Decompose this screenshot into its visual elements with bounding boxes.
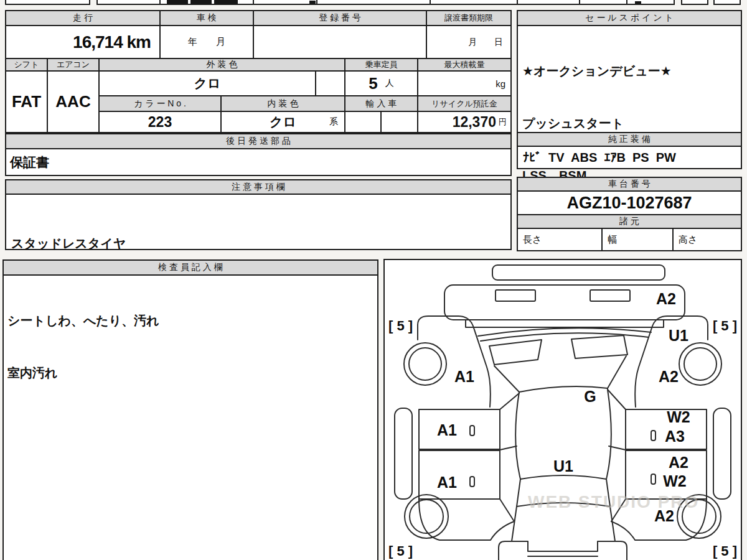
- spec-length-cell: 長さ: [517, 228, 603, 251]
- left-rocker-panel: [395, 408, 412, 499]
- oem-equipment-header: 純 正 装 備: [517, 132, 742, 147]
- rear-left-quarter: [419, 499, 514, 540]
- cutoff-text: [167, 0, 188, 4]
- label-rear-right-fender: A2: [654, 507, 674, 525]
- door-handle-icon: [651, 431, 655, 441]
- top-strip-divider: [316, 0, 317, 4]
- damage-diagram-box: WEB STUDIO PRO A2 A1 U1 A2 G A1 A1 W2 A3…: [383, 259, 742, 560]
- caution-line: スタッドレスタイヤ: [11, 234, 505, 253]
- front-bumper: [444, 285, 685, 320]
- car-top-view-diagram: WEB STUDIO PRO A2 A1 U1 A2 G A1 A1 W2 A3…: [385, 260, 741, 560]
- hatch-right-edge: [610, 506, 615, 541]
- recycle-amount: 12,370: [453, 114, 496, 131]
- front-bumper-strip: [492, 265, 665, 280]
- label-left-rear-door: A1: [437, 474, 457, 491]
- a-pillar-right: [608, 356, 626, 388]
- roof-rear-arc: [520, 475, 606, 479]
- label-windshield: G: [584, 388, 596, 405]
- capacity-value: 5 人: [344, 70, 418, 96]
- label-right-rear-door: W2: [663, 472, 687, 490]
- top-strip-divider: [626, 0, 627, 4]
- top-strip-cell: [5, 0, 90, 5]
- specs-header: 諸 元: [517, 214, 742, 229]
- sales-points-header: セ ー ル ス ポ イ ン ト: [517, 10, 742, 26]
- registration-header: 登 録 番 号: [253, 10, 427, 26]
- import-car-cell: [380, 111, 418, 133]
- top-strip-divider: [517, 0, 518, 4]
- label-front-right-fender: A2: [659, 368, 679, 385]
- auction-sheet: 走 行 車 検 登 録 番 号 譲渡書類期限 16,714 km 年 月 月 日…: [0, 0, 747, 560]
- inspector-line: 室内汚れ: [7, 364, 374, 381]
- interior-color-text: クロ: [270, 113, 296, 131]
- rear-bumper: [499, 541, 627, 560]
- inspector-notes-box: シートしわ、へたり、汚れ 室内汚れ: [2, 274, 378, 560]
- rear-left-wheel-inner: [410, 500, 443, 533]
- top-strip-cell: [713, 0, 741, 5]
- roof-left-edge: [515, 392, 520, 479]
- left-front-door: [419, 409, 500, 449]
- a-pillar-left: [494, 366, 519, 392]
- roof-right-edge: [606, 390, 611, 479]
- label-roof: U1: [553, 457, 573, 475]
- door-handle-icon: [470, 426, 474, 436]
- color-no-header: カ ラ ー N o .: [98, 95, 222, 112]
- color-no-value: 223: [98, 111, 222, 133]
- right-rocker-panel: [713, 408, 731, 499]
- cutoff-text: [635, 1, 641, 4]
- top-strip-divider: [430, 0, 431, 4]
- shift-header: シフト: [5, 58, 48, 72]
- front-right-wheel-inner: [684, 348, 716, 380]
- exterior-color-value: クロ: [98, 70, 316, 96]
- bumper-lower-step: [466, 320, 664, 327]
- cutoff-text: [190, 0, 212, 4]
- spec-width-cell: 幅: [601, 228, 674, 251]
- mileage-value: 16,714 km: [5, 25, 161, 59]
- bumper-inset-left: [496, 290, 535, 301]
- shift-value: FAT: [5, 70, 48, 133]
- c-pillar-left: [500, 499, 514, 521]
- cutoff-text: [309, 1, 316, 4]
- recycle-deposit-value: 12,370 円: [417, 111, 512, 133]
- label-tire-front-left: [ 5 ]: [388, 318, 413, 334]
- pillar-line: [500, 393, 519, 409]
- label-left-front-door: A1: [437, 421, 457, 439]
- recycle-unit: 円: [499, 116, 507, 128]
- inspector-line: シートしわ、へたり、汚れ: [7, 312, 374, 329]
- transfer-deadline-value: 月 日: [426, 25, 512, 59]
- import-car-cell: [344, 111, 382, 133]
- door-handle-icon: [470, 477, 474, 487]
- hatch-left-edge: [512, 506, 517, 541]
- label-front-bumper: A2: [656, 290, 676, 307]
- front-left-fender: [418, 316, 491, 407]
- registration-value: [253, 25, 427, 59]
- aircon-header: エアコン: [47, 58, 100, 72]
- chassis-no-header: 車 台 番 号: [517, 177, 742, 192]
- label-tire-front-right: [ 5 ]: [713, 318, 737, 334]
- capacity-unit: 人: [385, 78, 394, 89]
- label-right-rear-door-upper: A2: [669, 454, 688, 471]
- body-line: [500, 446, 517, 450]
- inspector-notes-header: 検 査 員 記 入 欄: [2, 259, 378, 276]
- top-strip-divider: [579, 0, 580, 4]
- sales-point-line: ★オークションデビュー★: [522, 62, 736, 80]
- sales-points-box: ★オークションデビュー★ プッシュスタート LSS、BSM バックモニター パワ…: [517, 25, 742, 133]
- top-strip-divider: [159, 0, 161, 4]
- caution-header: 注 意 事 項 欄: [5, 179, 512, 195]
- label-front-right-fender-upper: U1: [669, 327, 688, 344]
- top-strip-cell: [681, 0, 708, 5]
- bumper-inset-right: [590, 290, 630, 301]
- aircon-value: AAC: [47, 70, 100, 133]
- top-strip-divider: [253, 0, 254, 4]
- cutoff-text: [214, 0, 238, 4]
- inspection-header: 車 検: [159, 10, 254, 26]
- label-right-front-door: A3: [665, 427, 685, 445]
- wiper-left: [489, 340, 542, 365]
- mileage-header: 走 行: [5, 10, 161, 26]
- spec-height-cell: 高さ: [672, 228, 742, 251]
- door-handle-icon: [651, 474, 655, 484]
- later-parts-value: 保証書: [5, 148, 512, 176]
- import-car-header: 輸 入 車: [344, 95, 418, 112]
- later-parts-header: 後 日 発 送 部 品: [5, 133, 512, 149]
- recycle-deposit-header: リサイクル預託金: [417, 95, 512, 112]
- capacity-header: 乗車定員: [344, 58, 418, 72]
